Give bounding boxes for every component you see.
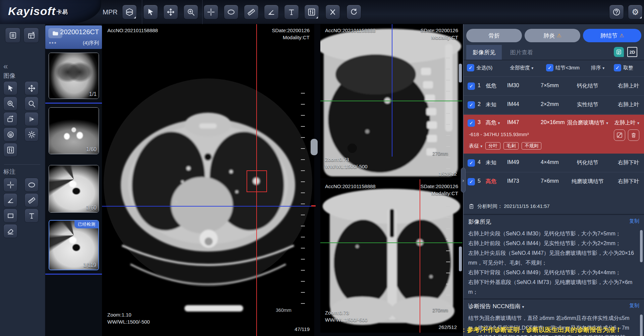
nodule-row-1[interactable]: ✓ 1 低危 IM30 7×5mm 钙化结节 右肺上叶 [464,77,644,96]
report-chat-button[interactable] [614,47,624,57]
annot-text-button[interactable] [24,209,39,223]
2d-view-button[interactable]: 2D [627,47,637,57]
nodule-row-4[interactable]: ✓ 4 未知 IM49 4×4mm 钙化结节 右肺下叶 [464,154,644,172]
trait-chip[interactable]: 毛刺 [503,142,519,150]
nodule-risk-dropdown[interactable]: 高危 ▾ [486,119,500,126]
nodule-checkbox[interactable]: ✓ [468,159,475,167]
text-icon [287,8,296,16]
zoom-tool-button[interactable] [183,5,198,19]
nodule-row-3-expanded[interactable]: ✓ 3 高危 ▾ IM47 20×16mm 混合磨玻璃结节 ▾ 左肺上叶 ▾ -… [464,115,644,154]
trash-icon [630,132,637,138]
nodule-row-5[interactable]: ✓ 5 高危 IM73 7×6mm 纯磨玻璃结节 右肺下叶 [464,172,644,191]
trait-chip[interactable]: 不规则 [522,142,541,150]
sort-dropdown[interactable]: 排序 ▾ [591,64,604,72]
sagittal-scrollbar-thumb[interactable] [459,64,462,82]
nodule-risk: 高危 [486,178,496,185]
traits-dropdown[interactable]: 表征 ▾ [469,143,482,149]
reset-rotate-icon [350,8,358,16]
follow-up-button[interactable] [614,129,625,141]
nodule-location-dropdown[interactable]: 左肺上叶 ▾ [614,119,639,126]
crosshair-icon [207,8,215,16]
nodule-checkbox[interactable]: ✓ [468,178,475,185]
angle-tool-button[interactable] [264,5,279,19]
series-list-button[interactable] [5,27,20,43]
collapse-sidebar-button[interactable]: « [3,62,8,70]
annot-angle-button[interactable] [3,193,17,207]
tab-fracture[interactable]: 骨折 [466,29,522,42]
nodule-image-no: IM73 [507,178,519,184]
panel-expander-handle[interactable]: › [461,168,466,192]
axial-viewport[interactable]: 360mm AccNO:202101158888 SDate:20200126M… [102,24,314,336]
nodule-checkbox[interactable]: ✓ [468,119,475,127]
ellipse-tool-button[interactable] [224,5,238,19]
reset-view-button[interactable] [346,5,361,19]
window-level-tool-button[interactable] [3,143,17,157]
nodule-roi-box[interactable] [247,170,267,192]
nodule-row-2[interactable]: ✓ 2 未知 IM44 2×2mm 实性结节 右肺上叶 [464,96,644,114]
cursor-tool-button[interactable] [3,81,17,95]
nodule-number: 1 [478,82,481,89]
study-header[interactable]: 20200126CT *** (4)序列 [45,25,102,49]
pan-tool-button[interactable] [24,81,39,95]
findings-scrollbar-thumb[interactable] [640,230,643,262]
crosshair-tool-button[interactable] [204,5,218,19]
svg-text:MPR: MPR [127,11,132,14]
annot-ruler-button[interactable] [24,193,39,207]
nodule-risk: 未知 [486,101,496,108]
annot-ellipse-button[interactable] [24,178,39,192]
series-thumbnail-detected[interactable]: 已经检测 1/119 [49,220,99,270]
tab-pneumonia[interactable]: 肺炎⚠ [525,29,580,42]
nodule-type-dropdown[interactable]: 混合磨玻璃结节 ▾ [562,119,613,126]
small-nodule-checkbox[interactable]: ✓ [546,64,553,71]
magnify-tool-button[interactable] [24,97,39,111]
findings-title: 影像所见 [468,218,491,226]
copy-report-button[interactable]: 复制 [629,302,639,309]
round-checkbox[interactable]: ✓ [614,64,621,71]
rotate-tool-button[interactable] [3,112,17,126]
nodule-number: 3 [478,119,481,125]
clear-annotations-button[interactable] [325,5,340,19]
tab-image-findings[interactable]: 影像所见 [466,45,502,60]
coronal-scrollbar-thumb[interactable] [459,246,462,271]
brightness-tool-button[interactable] [24,127,39,142]
delete-nodule-button[interactable] [628,129,639,141]
eraser-button[interactable] [3,224,17,238]
tab-lung-nodule[interactable]: 肺结节⚠ [583,29,641,42]
nodule-image-no: IM44 [507,101,519,107]
axial-study-date: SDate:20200126Modality:CT [272,27,310,41]
annot-rectangle-button[interactable] [3,209,17,223]
settings-button[interactable]: ⚙ [628,5,643,19]
select-all-checkbox[interactable]: ✓ [467,64,474,71]
axial-scrollbar-thumb[interactable] [311,139,318,155]
tab-image-view[interactable]: 图片查看 [502,45,541,60]
window-level-button[interactable] [304,5,319,19]
text-tool-button[interactable] [284,5,299,19]
sagittal-scale-label: 270mm [432,151,448,156]
mpr-layout-button[interactable]: MPR [122,5,137,19]
nodule-checkbox[interactable]: ✓ [468,82,475,90]
series-thumbnail-scout[interactable]: 1/1 [49,53,99,99]
pan-tool-button[interactable] [163,5,178,19]
layout-close-button[interactable] [23,27,39,43]
cursor-tool-button[interactable] [143,5,158,19]
nodule-checkbox[interactable]: ✓ [468,101,475,109]
guideline-dropdown[interactable]: NCCN指南 ▾ [493,303,524,310]
coronal-viewport[interactable]: 270mm AccNO:202101158888 SDate:20200126M… [320,179,462,333]
sagittal-viewport[interactable]: 270mm AccNO:202101158888 SDate:20200126M… [320,24,462,179]
ellipse-icon [28,181,36,189]
annot-crosshair-button[interactable] [3,178,17,192]
copy-findings-button[interactable]: 复制 [629,218,639,224]
thumb-index: 1/60 [86,205,97,211]
trait-chip[interactable]: 分叶 [485,142,500,150]
angle-icon [6,196,15,205]
invert-tool-button[interactable] [3,127,17,142]
cine-play-button[interactable] [24,112,39,126]
zoom-in-tool-button[interactable] [3,97,17,111]
density-filter-dropdown[interactable]: 全部密度 ▾ [510,64,533,72]
nodule-size: 2×2mm [541,101,559,107]
help-button[interactable] [609,5,624,19]
series-thumbnail-axial-lung[interactable]: 1/60 [49,165,99,213]
ruler-tool-button[interactable] [244,5,259,19]
series-thumbnail-axial-soft[interactable]: 1/60 [49,107,99,154]
series-divider [45,274,102,275]
